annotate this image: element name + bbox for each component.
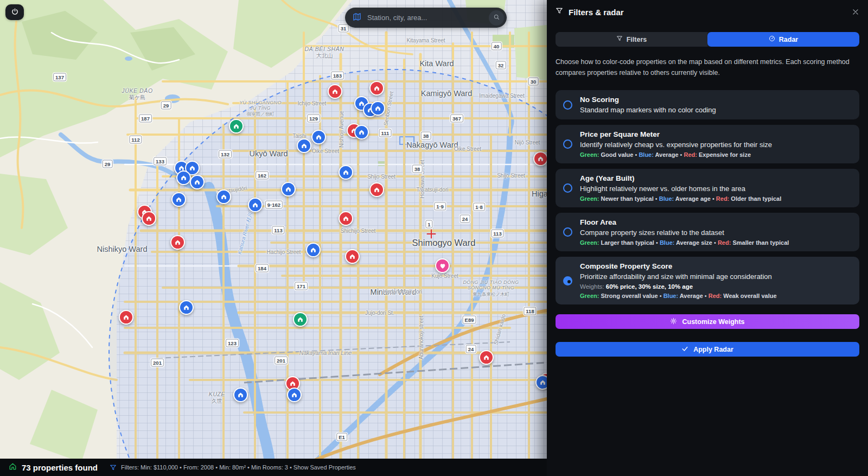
funnel-icon: [616, 35, 623, 43]
route-shield: 40: [492, 42, 502, 50]
properties-count: 73 properties found: [22, 463, 98, 472]
option-body: Floor Area Compare property sizes relati…: [580, 218, 789, 246]
radio-button[interactable]: [563, 100, 572, 110]
route-shield: 137: [53, 73, 66, 81]
property-marker[interactable]: [345, 249, 360, 264]
apply-radar-button[interactable]: Apply Radar: [556, 342, 859, 357]
option-title: Price per Square Meter: [580, 130, 772, 138]
property-marker[interactable]: [119, 310, 133, 325]
filters-radar-panel: Filters & radar Filters Radar Choose how…: [547, 0, 868, 476]
route-shield: 183: [331, 72, 344, 80]
route-shield: 171: [295, 282, 308, 290]
property-marker[interactable]: [281, 182, 296, 196]
property-marker[interactable]: [533, 151, 547, 166]
property-marker[interactable]: [248, 198, 263, 212]
radio-button[interactable]: [563, 276, 572, 285]
route-shield: E1: [336, 433, 347, 441]
filter-icon: [110, 464, 117, 471]
route-shield: 38: [421, 132, 431, 140]
property-marker[interactable]: [369, 182, 384, 197]
route-shield: 201: [275, 357, 288, 365]
option-desc: Prioritize affordability and size with m…: [580, 272, 777, 281]
property-marker[interactable]: [369, 81, 384, 96]
route-shield: 32: [496, 61, 506, 69]
property-marker[interactable]: [190, 175, 205, 189]
tab-radar-label: Radar: [779, 36, 798, 43]
route-shield: 1·8: [473, 203, 485, 211]
property-marker[interactable]: [229, 119, 244, 134]
funnel-icon: [556, 7, 563, 17]
panel-description: Choose how to color-code properties on t…: [556, 56, 859, 78]
search-button[interactable]: [489, 10, 504, 26]
property-marker[interactable]: [535, 375, 547, 390]
property-marker[interactable]: [339, 211, 353, 226]
route-shield: 201: [151, 359, 164, 367]
property-marker[interactable]: [142, 211, 156, 226]
option-body: Price per Square Meter Identify relative…: [580, 130, 772, 158]
check-icon: [681, 345, 688, 354]
property-marker[interactable]: [311, 130, 326, 144]
route-shield: 118: [524, 307, 536, 315]
search-center-crosshair: [425, 227, 438, 240]
map-control-button[interactable]: [5, 4, 24, 20]
property-marker[interactable]: [233, 388, 248, 402]
close-icon: [852, 9, 859, 17]
property-marker[interactable]: [287, 388, 302, 402]
property-marker[interactable]: [171, 192, 186, 207]
option-body: Age (Year Built) Highlight relatively ne…: [580, 174, 781, 202]
property-marker[interactable]: [297, 138, 311, 153]
property-marker[interactable]: [306, 243, 321, 257]
option-weights: Weights: 60% price, 30% size, 10% age: [580, 283, 777, 290]
route-shield: 24: [466, 345, 476, 353]
customize-weights-label: Customize Weights: [682, 318, 744, 326]
route-shield: E89: [463, 316, 476, 324]
panel-header: Filters & radar: [556, 0, 859, 24]
radio-button[interactable]: [563, 139, 572, 149]
customize-weights-button[interactable]: Customize Weights: [556, 314, 859, 329]
tab-filters-label: Filters: [627, 36, 647, 43]
option-title: Age (Year Built): [580, 174, 781, 182]
radar-options-list: No Scoring Standard map markers with no …: [556, 90, 859, 304]
property-marker[interactable]: [216, 189, 231, 204]
radar-option[interactable]: Composite Property Score Prioritize affo…: [556, 257, 859, 304]
property-marker[interactable]: [328, 84, 342, 99]
property-marker[interactable]: [176, 170, 191, 185]
saved-property-marker[interactable]: [435, 258, 450, 273]
radio-button[interactable]: [563, 183, 572, 193]
radar-icon: [769, 35, 775, 43]
radar-option[interactable]: Age (Year Built) Highlight relatively ne…: [556, 169, 859, 207]
radar-option[interactable]: Price per Square Meter Identify relative…: [556, 125, 859, 163]
route-shield: 38: [412, 165, 423, 173]
option-desc: Highlight relatively newer vs. older hom…: [580, 185, 781, 193]
radar-radius-circle: [109, 69, 547, 476]
map[interactable]: Kita WardKamigyō WardNakagyō WardShimogy…: [0, 0, 547, 476]
search-input[interactable]: [366, 13, 484, 22]
property-marker[interactable]: [293, 312, 308, 327]
route-shield: 367: [450, 115, 463, 123]
close-button[interactable]: [850, 6, 861, 20]
route-shield: 187: [139, 115, 152, 123]
gear-icon: [670, 318, 677, 326]
route-shield: 29: [103, 160, 113, 168]
property-marker[interactable]: [179, 300, 194, 315]
property-marker[interactable]: [354, 125, 369, 139]
radio-button[interactable]: [563, 227, 572, 237]
panel-title: Filters & radar: [569, 8, 624, 17]
search-icon: [493, 14, 500, 22]
option-legend: Green: Good value • Blue: Average • Red:…: [580, 151, 772, 158]
property-marker[interactable]: [371, 101, 385, 116]
route-shield: 9·162: [265, 201, 283, 209]
property-marker[interactable]: [170, 235, 185, 250]
radar-option[interactable]: Floor Area Compare property sizes relati…: [556, 213, 859, 251]
tab-radar[interactable]: Radar: [707, 32, 859, 47]
option-legend: Green: Strong overall value • Blue: Aver…: [580, 293, 777, 299]
property-marker[interactable]: [339, 165, 353, 180]
property-marker[interactable]: [479, 350, 494, 365]
route-shield: 132: [219, 150, 232, 158]
option-legend: Green: Larger than typical • Blue: Avera…: [580, 239, 789, 246]
option-desc: Compare property sizes relative to the d…: [580, 229, 789, 237]
map-icon: [353, 12, 361, 23]
tab-filters[interactable]: Filters: [556, 32, 707, 47]
route-shield: 112: [129, 136, 142, 144]
radar-option[interactable]: No Scoring Standard map markers with no …: [556, 90, 859, 119]
